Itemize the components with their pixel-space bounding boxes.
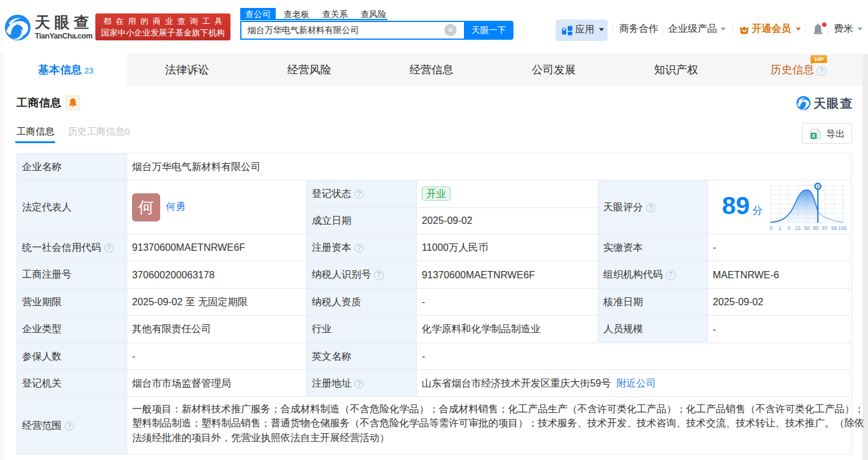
svg-text:1: 1 — [778, 225, 781, 231]
svg-text:97: 97 — [822, 225, 828, 231]
svg-text:0: 0 — [770, 225, 773, 231]
svg-text:50: 50 — [804, 225, 810, 231]
svg-text:3: 3 — [787, 225, 790, 231]
svg-text:100: 100 — [838, 225, 847, 231]
svg-text:85: 85 — [813, 225, 819, 231]
svg-text:15: 15 — [795, 225, 801, 231]
svg-text:99: 99 — [831, 225, 837, 231]
